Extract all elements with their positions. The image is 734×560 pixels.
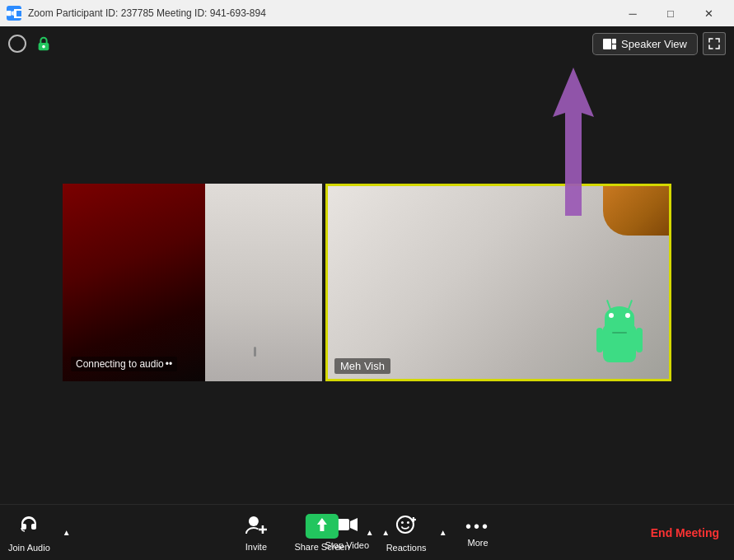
video-bg-light <box>205 184 322 381</box>
share-screen-label: Share Screen <box>294 542 349 552</box>
top-bar: Speaker View <box>0 26 734 61</box>
join-audio-chevron[interactable]: ▲ <box>58 505 75 561</box>
share-screen-chevron[interactable]: ▲ <box>362 505 378 561</box>
reactions-chevron[interactable]: ▲ <box>435 505 451 561</box>
share-screen-button[interactable]: Share Screen <box>283 505 361 561</box>
invite-label: Invite <box>245 542 267 552</box>
svg-rect-5 <box>612 39 616 44</box>
android-arm-right <box>636 328 643 352</box>
join-audio-button[interactable]: Join Audio <box>0 505 58 561</box>
speaker-view-button[interactable]: Speaker View <box>592 33 698 55</box>
video-panel-right: Meh Vish <box>325 184 671 381</box>
toolbar-right: End Meeting <box>636 505 734 561</box>
chevron-up-icon-4: ▲ <box>439 528 447 537</box>
android-figure <box>595 296 644 362</box>
invite-icon <box>245 514 268 539</box>
join-audio-label: Join Audio <box>8 543 50 553</box>
top-bar-left <box>8 35 53 53</box>
speaker-view-icon <box>603 39 616 49</box>
person-add-icon <box>245 514 268 535</box>
toolbar-center: Invite Share Screen ▲ <box>229 505 504 561</box>
share-screen-icon-bg <box>306 514 339 539</box>
fullscreen-icon <box>708 38 720 49</box>
svg-marker-14 <box>317 518 327 531</box>
android-arm-left <box>596 328 603 352</box>
svg-rect-0 <box>7 11 12 16</box>
video-object-right <box>603 186 669 236</box>
title-bar-controls: ─ □ ✕ <box>614 0 727 26</box>
svg-point-16 <box>401 521 404 524</box>
maximize-button[interactable]: □ <box>652 0 690 26</box>
video-detail <box>254 347 256 357</box>
toolbar-left: Join Audio ▲ <box>0 505 75 561</box>
close-button[interactable]: ✕ <box>690 0 727 26</box>
zoom-logo <box>7 6 21 21</box>
share-screen-icon <box>311 516 333 536</box>
title-bar: Zoom Participant ID: 237785 Meeting ID: … <box>0 0 734 26</box>
svg-rect-4 <box>603 39 611 49</box>
reactions-button[interactable]: Reactions <box>378 505 435 561</box>
connecting-label: Connecting to audio•• <box>71 357 177 371</box>
chevron-up-icon: ▲ <box>63 528 71 537</box>
fullscreen-button[interactable] <box>703 32 726 55</box>
title-bar-left: Zoom Participant ID: 237785 Meeting ID: … <box>7 6 266 21</box>
svg-point-3 <box>42 45 45 49</box>
video-panels: Connecting to audio•• <box>0 61 734 504</box>
minimize-button[interactable]: ─ <box>614 0 652 26</box>
svg-marker-1 <box>12 11 14 16</box>
participant-name: Meh Vish <box>334 358 390 374</box>
reactions-icon <box>395 513 418 539</box>
more-button[interactable]: ••• More <box>451 505 505 561</box>
info-icon[interactable] <box>8 35 26 53</box>
bottom-toolbar: Join Audio ▲ Stop Video ▲ <box>0 504 734 560</box>
join-audio-icon <box>17 513 40 539</box>
svg-point-17 <box>407 521 409 524</box>
end-meeting-button[interactable]: End Meeting <box>636 505 734 561</box>
end-meeting-label: End Meeting <box>651 526 719 539</box>
android-body <box>603 325 636 362</box>
more-icon: ••• <box>465 518 490 534</box>
svg-point-11 <box>249 516 259 526</box>
video-area: Speaker View Connecting to audio•• <box>0 26 734 504</box>
view-controls: Speaker View <box>592 32 726 55</box>
title-text: Zoom Participant ID: 237785 Meeting ID: … <box>28 7 266 19</box>
video-bg-right <box>328 186 669 379</box>
smiley-plus-icon <box>395 513 418 536</box>
video-panel-left: Connecting to audio•• <box>63 184 322 381</box>
video-bg-dark <box>63 184 205 381</box>
video-bg-left <box>63 184 322 381</box>
lock-icon[interactable] <box>35 35 53 53</box>
invite-button[interactable]: Invite <box>229 505 283 561</box>
headphone-icon <box>17 513 40 536</box>
android-belt <box>612 332 627 334</box>
svg-rect-6 <box>612 44 616 49</box>
more-label: More <box>468 538 489 548</box>
chevron-up-icon-3: ▲ <box>366 528 374 537</box>
reactions-label: Reactions <box>386 543 427 553</box>
